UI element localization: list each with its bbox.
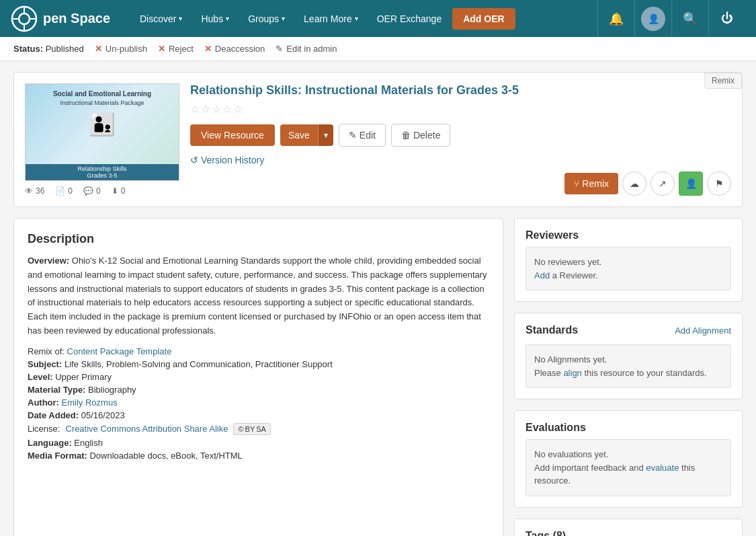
learn-more-chevron-icon: ▾ <box>355 15 358 22</box>
material-type-line: Material Type: Bibliography <box>28 385 489 395</box>
nav-groups[interactable]: Groups ▾ <box>240 8 293 30</box>
deaccession-button[interactable]: ✕ Deaccession <box>204 44 265 54</box>
cc-by-icon: BY <box>245 425 255 433</box>
license-label: License: <box>28 424 60 434</box>
comments-stat: 💬 0 <box>83 186 101 196</box>
nav-discover[interactable]: Discover ▾ <box>132 8 190 30</box>
cloud-icon: ☁ <box>630 178 639 189</box>
author-link[interactable]: Emily Rozmus <box>62 397 118 408</box>
star-1[interactable]: ☆ <box>190 103 200 116</box>
language-line: Language: English <box>28 438 489 448</box>
person-add-button[interactable]: 👤 <box>679 171 703 196</box>
save-group: Save ▾ <box>280 124 333 146</box>
standards-heading: Standards <box>526 324 578 336</box>
date-line: Date Added: 05/16/2023 <box>28 410 489 420</box>
logo-text: pen Space <box>43 11 110 26</box>
evaluate-link[interactable]: evaluate <box>646 463 679 473</box>
right-action-buttons: ⑂ Remix ☁ ↗ 👤 ⚑ <box>564 171 731 196</box>
image-title-line2: Instructional Materials Package <box>60 100 144 106</box>
download-icon: ⬇ <box>112 186 118 196</box>
nav-oer-exchange[interactable]: OER Exchange <box>369 8 450 30</box>
save-chevron-icon: ▾ <box>324 130 328 140</box>
edit-in-admin-button[interactable]: ✎ Edit in admin <box>276 44 337 54</box>
share-icon: ↗ <box>659 178 667 189</box>
version-history-link[interactable]: ↺ Version History <box>190 155 731 165</box>
status-label: Status: Published <box>13 44 84 54</box>
resource-image-column: Social and Emotional Learning Instructio… <box>25 83 179 196</box>
cc-sa-icon: SA <box>256 425 266 433</box>
nav-right-icons: 🔔 👤 🔍 ⏻ <box>597 0 745 37</box>
star-4[interactable]: ☆ <box>222 103 232 116</box>
save-button[interactable]: Save <box>280 124 318 146</box>
align-link[interactable]: align <box>563 368 581 378</box>
evaluate-line: Add important feedback and evaluate this… <box>534 461 722 488</box>
media-format-line: Media Format: Downloadable docs, eBook, … <box>28 451 489 461</box>
description-text: Overview: Ohio's K-12 Social and Emotion… <box>28 254 489 338</box>
remix-fork-icon: ⑂ <box>574 178 579 189</box>
resource-info-column: Relationship Skills: Instructional Mater… <box>190 83 731 196</box>
nav-learn-more[interactable]: Learn More ▾ <box>296 8 366 30</box>
unpublish-button[interactable]: ✕ Un-publish <box>95 44 147 54</box>
eye-icon: 👁 <box>25 186 33 196</box>
files-stat: 📄 0 <box>55 186 73 196</box>
add-alignment-link[interactable]: Add Alignment <box>675 326 731 336</box>
edit-pencil-icon: ✎ <box>349 130 357 141</box>
edit-button[interactable]: ✎ Edit <box>339 124 386 147</box>
star-rating[interactable]: ☆ ☆ ☆ ☆ ☆ <box>190 103 731 116</box>
evaluations-section: Evaluations No evaluations yet. Add impo… <box>514 410 743 508</box>
add-oer-button[interactable]: Add OER <box>452 8 515 30</box>
align-resource-line: Please align this resource to your stand… <box>534 367 722 380</box>
flag-icon: ⚑ <box>715 178 724 189</box>
no-alignments-text: No Alignments yet. <box>534 353 722 367</box>
standards-box: No Alignments yet. Please align this res… <box>526 344 731 388</box>
level-line: Level: Upper Primary <box>28 372 489 382</box>
notification-bell-icon[interactable]: 🔔 <box>597 0 634 37</box>
license-row: License: Creative Commons Attribution Sh… <box>28 423 489 435</box>
star-2[interactable]: ☆ <box>201 103 210 116</box>
description-section: Description Overview: Ohio's K-12 Social… <box>13 218 503 536</box>
nav-items: Discover ▾ Hubs ▾ Groups ▾ Learn More ▾ … <box>132 8 597 30</box>
reviewers-heading: Reviewers <box>526 229 731 241</box>
tags-heading: Tags (8) <box>526 530 566 537</box>
bottom-layout: Description Overview: Ohio's K-12 Social… <box>13 218 743 536</box>
reject-button[interactable]: ✕ Reject <box>158 44 194 54</box>
delete-button[interactable]: 🗑 Delete <box>391 124 450 147</box>
author-line: Author: Emily Rozmus <box>28 397 489 408</box>
star-3[interactable]: ☆ <box>212 103 221 116</box>
edit-pencil-icon: ✎ <box>276 44 283 54</box>
unpublish-x-icon: ✕ <box>95 44 102 54</box>
save-dropdown-button[interactable]: ▾ <box>318 124 333 146</box>
reviewers-section: Reviewers No reviewers yet. Add a Review… <box>514 218 743 302</box>
license-link[interactable]: Creative Commons Attribution Share Alike <box>65 424 228 434</box>
groups-chevron-icon: ▾ <box>282 15 285 22</box>
logo[interactable]: pen Space <box>11 5 118 32</box>
standards-header: Standards Add Alignment <box>526 324 731 336</box>
views-stat: 👁 36 <box>25 186 44 196</box>
star-5[interactable]: ☆ <box>233 103 243 116</box>
reviewers-box: No reviewers yet. Add a Reviewer. <box>526 247 731 291</box>
svg-point-1 <box>19 13 30 24</box>
image-person-icon: 👨‍👦 <box>89 112 116 137</box>
logo-icon <box>11 5 38 32</box>
hubs-chevron-icon: ▾ <box>226 15 229 22</box>
cc-badge: © BY SA <box>233 423 270 435</box>
cc-icon: © <box>238 425 243 433</box>
add-reviewer-line: Add a Reviewer. <box>534 269 722 282</box>
remix-of-link[interactable]: Content Package Template <box>67 346 172 356</box>
add-reviewer-link[interactable]: Add <box>534 270 550 280</box>
description-heading: Description <box>28 232 489 246</box>
remix-button[interactable]: ⑂ Remix <box>564 173 618 194</box>
share-button[interactable]: ↗ <box>650 171 675 196</box>
view-resource-button[interactable]: View Resource <box>190 124 275 146</box>
avatar: 👤 <box>641 7 665 31</box>
evaluations-heading: Evaluations <box>526 422 731 434</box>
remix-of-line: Remix of: Content Package Template <box>28 346 489 356</box>
user-avatar-button[interactable]: 👤 <box>634 0 671 37</box>
resource-actions: View Resource Save ▾ ✎ Edit 🗑 Delete <box>190 124 731 147</box>
search-icon[interactable]: 🔍 <box>671 0 708 37</box>
cloud-upload-button[interactable]: ☁ <box>622 171 646 196</box>
nav-hubs[interactable]: Hubs ▾ <box>193 8 237 30</box>
flag-button[interactable]: ⚑ <box>707 171 731 196</box>
power-icon[interactable]: ⏻ <box>708 0 745 37</box>
image-title-line1: Social and Emotional Learning <box>53 89 151 98</box>
